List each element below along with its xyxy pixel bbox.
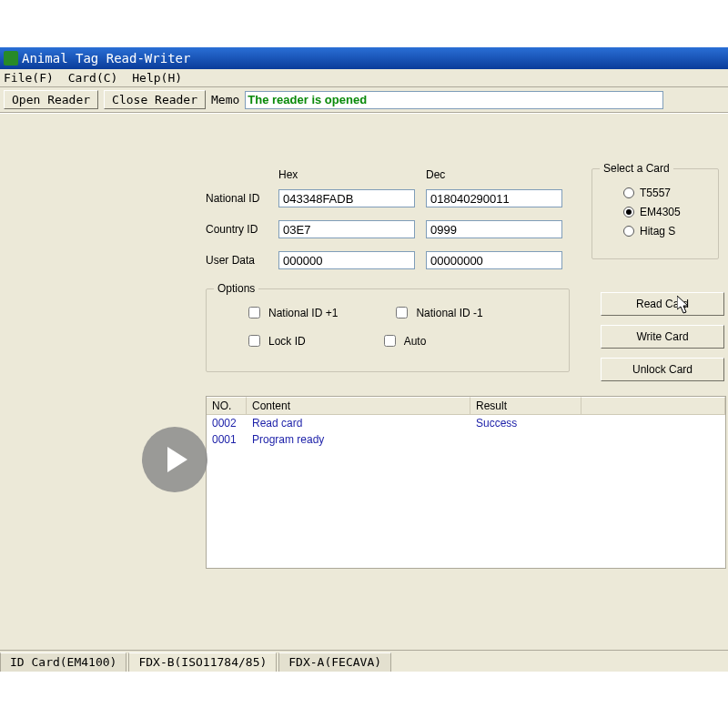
cursor-icon: [677, 296, 690, 314]
log-table: NO. Content Result 0002 Read card Succes…: [206, 396, 726, 569]
log-row[interactable]: 0001 Program ready: [207, 431, 725, 448]
radio-dot-selected-icon: [623, 207, 634, 217]
national-id-dec-input[interactable]: [426, 189, 562, 207]
open-reader-button[interactable]: Open Reader: [4, 90, 98, 109]
col-header-hex: Hex: [278, 168, 426, 181]
country-id-hex-input[interactable]: [278, 220, 415, 238]
play-icon: [167, 447, 187, 472]
close-reader-button[interactable]: Close Reader: [104, 90, 206, 109]
menu-file[interactable]: File(F): [4, 71, 61, 85]
client-area: Hex Dec National ID Country ID User Data…: [0, 113, 728, 650]
options-groupbox: Options National ID +1 National ID -1 Lo…: [206, 288, 570, 372]
country-id-dec-input[interactable]: [426, 220, 562, 238]
checkbox-national-id-plus[interactable]: National ID +1: [245, 304, 338, 321]
menu-card[interactable]: Card(C): [68, 71, 126, 85]
radio-t5557[interactable]: T5557: [603, 184, 707, 203]
checkbox-national-id-minus[interactable]: National ID -1: [392, 304, 482, 321]
national-id-hex-input[interactable]: [278, 189, 415, 207]
label-user-data: User Data: [206, 254, 255, 267]
select-card-legend: Select a Card: [600, 162, 673, 175]
label-national-id: National ID: [206, 192, 259, 205]
memo-status: The reader is opened: [245, 91, 663, 109]
radio-dot-icon: [623, 226, 634, 237]
log-header-no[interactable]: NO.: [207, 397, 247, 414]
log-header-spacer: [581, 397, 725, 414]
unlock-card-button[interactable]: Unlock Card: [601, 358, 724, 381]
window-title: Animal Tag Read-Writer: [22, 51, 190, 66]
play-overlay[interactable]: [142, 427, 207, 492]
tab-fdx-b-iso11784[interactable]: FDX-B(ISO11784/85): [128, 652, 277, 672]
tab-id-card-em4100[interactable]: ID Card(EM4100): [0, 652, 126, 672]
memo-label: Memo: [211, 93, 239, 106]
write-card-button[interactable]: Write Card: [601, 325, 724, 349]
toolbar: Open Reader Close Reader Memo The reader…: [0, 87, 728, 113]
options-legend: Options: [214, 282, 258, 295]
checkbox-auto[interactable]: Auto: [380, 332, 427, 349]
read-card-button[interactable]: Read Card: [601, 292, 724, 316]
window-titlebar: Animal Tag Read-Writer: [0, 47, 728, 69]
menu-help[interactable]: Help(H): [132, 71, 189, 85]
log-row[interactable]: 0002 Read card Success: [207, 415, 725, 431]
bottom-tab-strip: ID Card(EM4100) FDX-B(ISO11784/85) FDX-A…: [0, 650, 728, 672]
tab-fdx-a-fecava[interactable]: FDX-A(FECAVA): [278, 652, 391, 672]
app-icon: [4, 51, 18, 66]
log-header-result[interactable]: Result: [470, 397, 581, 414]
svg-marker-0: [677, 296, 688, 313]
menu-bar: File(F) Card(C) Help(H): [0, 69, 728, 87]
log-header-row: NO. Content Result: [207, 397, 725, 415]
radio-hitag-s[interactable]: Hitag S: [603, 222, 707, 241]
radio-em4305[interactable]: EM4305: [603, 203, 707, 222]
label-country-id: Country ID: [206, 223, 258, 236]
user-data-dec-input[interactable]: [426, 251, 562, 269]
fields-block: Hex Dec National ID Country ID User Data: [206, 168, 570, 279]
radio-dot-icon: [623, 187, 634, 198]
log-header-content[interactable]: Content: [247, 397, 470, 414]
user-data-hex-input[interactable]: [278, 251, 415, 269]
checkbox-lock-id[interactable]: Lock ID: [245, 332, 306, 349]
col-header-dec: Dec: [426, 168, 445, 181]
select-card-groupbox: Select a Card T5557 EM4305 Hitag S: [592, 168, 719, 259]
